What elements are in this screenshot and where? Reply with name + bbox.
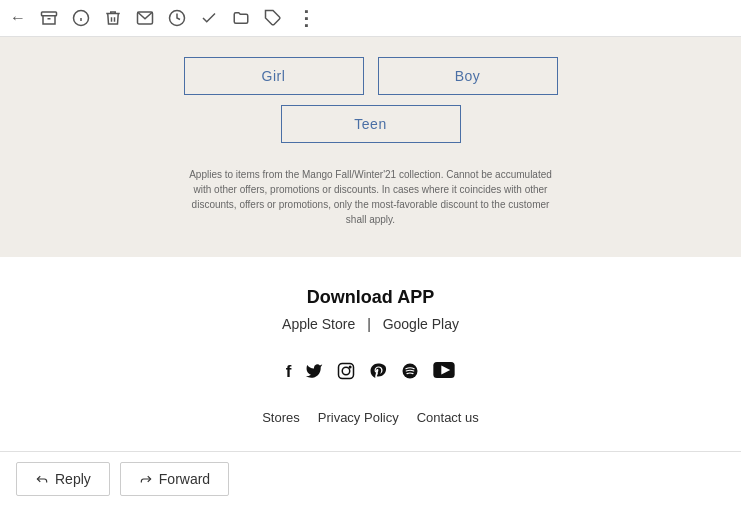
footer-legal-block: This e-mail was sent by MANGO NY INC, he… bbox=[185, 443, 590, 451]
folder-icon[interactable] bbox=[232, 9, 250, 27]
forward-icon bbox=[139, 472, 153, 486]
tag-icon[interactable] bbox=[264, 9, 282, 27]
social-section: f bbox=[0, 352, 741, 400]
contact-us-link[interactable]: Contact us bbox=[417, 410, 479, 425]
button-row-1: Girl Boy bbox=[184, 57, 558, 95]
category-section: Girl Boy Teen Applies to items from the … bbox=[0, 37, 741, 257]
pipe-divider: | bbox=[367, 316, 371, 332]
info-icon[interactable] bbox=[72, 9, 90, 27]
download-section: Download APP Apple Store | Google Play bbox=[0, 257, 741, 352]
svg-point-9 bbox=[350, 366, 352, 368]
teen-button[interactable]: Teen bbox=[281, 105, 461, 143]
svg-point-10 bbox=[403, 364, 418, 379]
email-content: Girl Boy Teen Applies to items from the … bbox=[0, 37, 741, 451]
clock-icon[interactable] bbox=[168, 9, 186, 27]
reply-button[interactable]: Reply bbox=[16, 462, 110, 496]
email-body: Girl Boy Teen Applies to items from the … bbox=[0, 37, 741, 451]
forward-button[interactable]: Forward bbox=[120, 462, 229, 496]
svg-point-8 bbox=[343, 367, 351, 375]
facebook-icon[interactable]: f bbox=[286, 362, 292, 385]
svg-rect-7 bbox=[339, 364, 354, 379]
spotify-icon[interactable] bbox=[401, 362, 419, 385]
girl-button[interactable]: Girl bbox=[184, 57, 364, 95]
archive-icon[interactable] bbox=[40, 9, 58, 27]
email-toolbar: ← ⋮ bbox=[0, 0, 741, 37]
more-icon[interactable]: ⋮ bbox=[296, 6, 317, 30]
fine-print-text: Applies to items from the Mango Fall/Win… bbox=[181, 167, 561, 227]
reply-label: Reply bbox=[55, 471, 91, 487]
reply-icon bbox=[35, 472, 49, 486]
instagram-icon[interactable] bbox=[337, 362, 355, 385]
twitter-icon[interactable] bbox=[305, 362, 323, 385]
footer-text-area: This e-mail was sent by MANGO NY INC, he… bbox=[0, 435, 741, 451]
action-bar: Reply Forward bbox=[0, 451, 741, 506]
delete-icon[interactable] bbox=[104, 9, 122, 27]
button-row-2: Teen bbox=[281, 105, 461, 143]
check-icon[interactable] bbox=[200, 9, 218, 27]
apple-store-link[interactable]: Apple Store bbox=[282, 316, 355, 332]
footer-nav: Stores Privacy Policy Contact us bbox=[0, 400, 741, 435]
social-icons-row: f bbox=[20, 362, 721, 385]
stores-link[interactable]: Stores bbox=[262, 410, 300, 425]
youtube-icon[interactable] bbox=[433, 362, 455, 385]
svg-rect-0 bbox=[42, 12, 57, 16]
download-title: Download APP bbox=[20, 287, 721, 308]
mail-icon[interactable] bbox=[136, 9, 154, 27]
back-icon[interactable]: ← bbox=[10, 9, 26, 27]
google-play-link[interactable]: Google Play bbox=[383, 316, 459, 332]
privacy-policy-link[interactable]: Privacy Policy bbox=[318, 410, 399, 425]
boy-button[interactable]: Boy bbox=[378, 57, 558, 95]
forward-label: Forward bbox=[159, 471, 210, 487]
download-links: Apple Store | Google Play bbox=[20, 316, 721, 332]
pinterest-icon[interactable] bbox=[369, 362, 387, 385]
